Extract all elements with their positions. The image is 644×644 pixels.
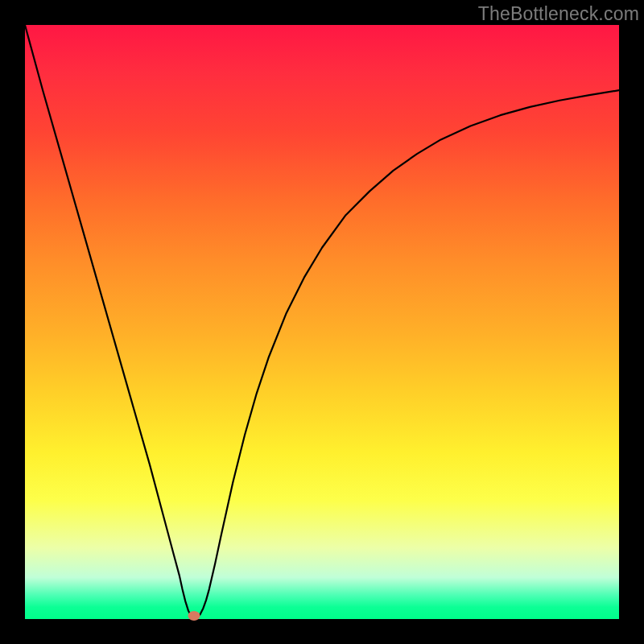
optimum-marker [188,611,200,621]
chart-plot-area [25,25,619,619]
bottleneck-curve [25,25,619,619]
attribution-text: TheBottleneck.com [478,3,639,25]
chart-frame: TheBottleneck.com [0,0,644,644]
